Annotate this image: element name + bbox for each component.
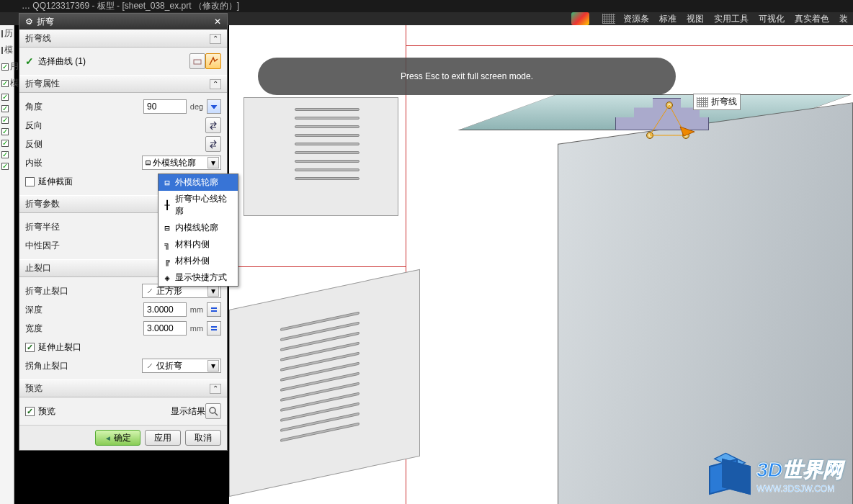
watermark: 3D世界网 WWW.3DSJW.COM [706,454,843,497]
flat-panel-part-1[interactable] [244,97,398,216]
chevron-down-icon[interactable]: ▾ [207,285,219,297]
square-relief-icon: ⟋ [146,286,154,296]
gear-icon[interactable]: ⚙ [24,17,34,27]
fullscreen-toast: Press Esc to exit full screen mode. [258,58,676,95]
radius-label: 折弯半径 [25,221,83,233]
chevron-down-icon[interactable]: ▾ [207,360,219,372]
check-icon [1,80,9,87]
fullscreen-toast-text: Press Esc to exit full screen mode. [401,71,533,81]
show-result-label: 显示结果 [171,405,205,418]
datum-line-horizontal [406,45,853,46]
section-preview-header[interactable]: 预览 ⌃ [19,379,227,397]
dropdown-arrow-icon [210,102,218,111]
sketch-icon [208,56,218,66]
side-tab-model2[interactable]: 模 [0,75,14,91]
width-unit: mm [187,324,207,333]
corner-relief-combo[interactable]: ⟋ 仅折弯 ▾ [142,359,221,373]
collapse-icon[interactable]: ⌃ [210,79,221,89]
toolbar-view[interactable]: 视图 [682,12,708,27]
svg-point-1 [210,408,215,413]
side-tab-use[interactable]: 用 [0,58,14,75]
extend-relief-checkbox[interactable] [25,343,35,352]
toolbar-visualization[interactable]: 可视化 [754,12,789,27]
width-options-button[interactable] [207,321,221,336]
check-icon [1,151,9,158]
bent-part-3d[interactable] [529,94,853,504]
bend-relief-label: 折弯止裂口 [25,285,83,297]
inset-combo[interactable]: ⊟ 外模线轮廓 ▾ [142,156,221,170]
section-bendline-header[interactable]: 折弯线 ⌃ [19,30,227,48]
chevron-down-icon[interactable]: ▾ [207,157,219,168]
close-icon[interactable]: ✕ [213,17,223,27]
option-glyph-icon: ╗ [162,240,172,250]
curve-icon [192,56,202,66]
show-result-button[interactable] [205,403,221,419]
magnifier-icon [208,406,218,416]
depth-unit: mm [187,305,207,314]
section-bendprops-header[interactable]: 折弯属性 ⌃ [19,75,227,93]
toolbar-assembly[interactable]: 装 [835,12,852,27]
angle-dropdown-button[interactable] [207,99,221,114]
window-titlebar: … QQ123317369 - 板型 - [sheet_038_ex.prt （… [0,0,853,12]
svg-rect-0 [194,60,201,64]
reverse-direction-button[interactable] [205,117,221,133]
width-label: 宽度 [25,323,83,335]
dropdown-option-bend-center[interactable]: ╂折弯中心线轮廓 [158,191,238,220]
check-icon [1,140,9,147]
graphics-viewport[interactable] [229,25,853,504]
watermark-cube-icon [706,454,749,497]
part-front-face [558,102,853,504]
select-curve-label[interactable]: 选择曲线 (1) [38,55,86,68]
dropdown-option-material-inside[interactable]: ╗材料内侧 [158,236,238,253]
dialog-title-text: 折弯 [37,16,54,28]
gizmo-arrow-icon [640,102,698,141]
side-tab-history[interactable]: 历 [0,25,14,42]
watermark-title: 3D世界网 [756,456,843,484]
grid-icon [697,97,708,107]
curve-rule-button[interactable] [189,53,205,69]
check-icon [1,128,9,135]
dropdown-option-material-outside[interactable]: ╔材料外侧 [158,253,238,269]
section-relief-body: 折弯止裂口 ⟋ 正方形 ▾ 深度 mm 宽度 mm [19,277,227,379]
opposite-label: 反侧 [25,138,83,150]
option-glyph-icon: ╂ [162,200,172,210]
toolbar-resources[interactable]: 资源条 [619,12,653,27]
preview-label: 预览 [38,405,55,418]
neutral-label: 中性因子 [25,240,83,252]
inset-label: 内嵌 [25,157,83,169]
extend-section-checkbox[interactable] [25,177,35,186]
check-icon [1,94,9,101]
toolbar-standard[interactable]: 标准 [655,12,681,27]
grid-icon[interactable] [602,14,615,24]
preview-checkbox[interactable] [25,407,35,416]
collapse-icon[interactable]: ⌃ [210,34,221,44]
depth-input[interactable] [143,302,187,317]
opposite-side-button[interactable] [205,136,221,152]
side-tab-model[interactable]: 模 [0,42,14,58]
dropdown-option-inner-mold[interactable]: ⊟内模线轮廓 [158,220,238,236]
dropdown-option-show-shortcuts[interactable]: ◈显示快捷方式 [158,269,238,286]
dialog-titlebar[interactable]: ⚙ 折弯 ✕ [19,14,227,30]
toolbar-utilities[interactable]: 实用工具 [710,12,753,27]
angle-input[interactable] [143,99,187,114]
check-icon [1,163,9,170]
apply-button[interactable]: 应用 [145,430,181,446]
depth-options-button[interactable] [207,302,221,317]
nx-logo [571,12,589,25]
width-input[interactable] [143,321,187,336]
inset-dropdown-popup: ⊟外模线轮廓 ╂折弯中心线轮廓 ⊟内模线轮廓 ╗材料内侧 ╔材料外侧 ◈显示快捷… [158,174,238,287]
bend-line-tag[interactable]: 折弯线 [693,94,741,110]
dialog-button-bar: 确定 应用 取消 [19,425,227,450]
sketch-section-button[interactable] [205,53,221,69]
collapse-icon[interactable]: ⌃ [210,384,221,394]
ok-button[interactable]: 确定 [95,430,140,446]
option-glyph-icon: ⊟ [162,223,172,233]
dropdown-option-outer-mold[interactable]: ⊟外模线轮廓 [158,174,238,191]
flat-panel-part-2[interactable] [229,269,420,497]
direction-gizmo[interactable] [640,102,698,141]
check-icon [1,63,9,71]
swap-icon [208,120,218,130]
equals-icon [210,325,218,332]
toolbar-truecolor[interactable]: 真实着色 [790,12,834,27]
cancel-button[interactable]: 取消 [185,430,221,446]
